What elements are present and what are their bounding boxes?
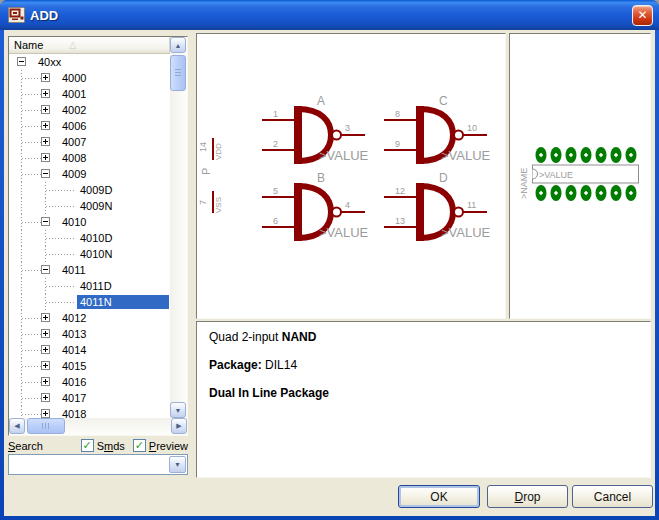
tree-item[interactable]: 4011N bbox=[9, 294, 170, 310]
tree-connector bbox=[22, 142, 41, 143]
horizontal-scrollbar[interactable]: ◀ ▶ bbox=[9, 418, 187, 435]
tree-item[interactable]: 40xx bbox=[9, 54, 170, 70]
preview-checkbox-group[interactable]: ✓ Preview bbox=[133, 439, 188, 452]
expand-icon[interactable] bbox=[41, 329, 50, 338]
tree-item[interactable]: 4009N bbox=[9, 198, 170, 214]
description-line: Package: DIL14 bbox=[209, 358, 638, 372]
tree-item[interactable]: 4010 bbox=[9, 214, 170, 230]
expand-icon[interactable] bbox=[41, 121, 50, 130]
tree-item-label: 4008 bbox=[59, 151, 89, 165]
scroll-right-icon: ▶ bbox=[176, 422, 181, 430]
tree-item-label: 4011N bbox=[77, 295, 169, 309]
vertical-scroll-thumb[interactable] bbox=[170, 55, 186, 91]
tree-item-label: 4016 bbox=[59, 375, 89, 389]
dialog-body: Name △ 40xx40004001400240064007400840094… bbox=[4, 30, 655, 516]
svg-text:14: 14 bbox=[198, 142, 208, 152]
preview-checkbox[interactable]: ✓ bbox=[133, 439, 146, 452]
tree-connector bbox=[22, 382, 41, 383]
svg-text:8: 8 bbox=[395, 109, 400, 119]
tree-item[interactable]: 4007 bbox=[9, 134, 170, 150]
tree-item[interactable]: 4009 bbox=[9, 166, 170, 182]
tree-guide-line bbox=[21, 406, 22, 418]
tree-item[interactable]: 4013 bbox=[9, 326, 170, 342]
tree-connector bbox=[46, 254, 76, 255]
tree-item-label: 4009D bbox=[77, 183, 115, 197]
nand-gate-b: 564B>VALUE bbox=[262, 171, 369, 241]
tree-connector bbox=[46, 206, 76, 207]
tree-item[interactable]: 4010D bbox=[9, 230, 170, 246]
tree-item[interactable]: 4016 bbox=[9, 374, 170, 390]
scroll-down-button[interactable]: ▼ bbox=[170, 402, 186, 418]
tree-guide-line bbox=[21, 246, 22, 262]
tree-item[interactable]: 4017 bbox=[9, 390, 170, 406]
tree-item[interactable]: 4002 bbox=[9, 102, 170, 118]
title-bar[interactable]: ADD ✕ bbox=[0, 0, 659, 30]
expand-icon[interactable] bbox=[41, 377, 50, 386]
tree-item[interactable]: 4015 bbox=[9, 358, 170, 374]
expand-icon[interactable] bbox=[41, 409, 50, 418]
expand-icon[interactable] bbox=[41, 393, 50, 402]
scroll-up-button[interactable]: ▲ bbox=[170, 37, 186, 53]
tree-item-label: 4017 bbox=[59, 391, 89, 405]
tree-item-label: 4015 bbox=[59, 359, 89, 373]
collapse-icon[interactable] bbox=[41, 169, 50, 178]
tree-connector bbox=[22, 366, 41, 367]
smds-checkbox[interactable]: ✓ bbox=[81, 439, 94, 452]
tree-rows: 40xx40004001400240064007400840094009D400… bbox=[9, 54, 170, 418]
vertical-scrollbar[interactable]: ▲ ▼ bbox=[170, 37, 187, 418]
horizontal-scroll-thumb[interactable] bbox=[27, 418, 65, 434]
tree-item[interactable]: 4000 bbox=[9, 70, 170, 86]
tree-item[interactable]: 4001 bbox=[9, 86, 170, 102]
scroll-right-button[interactable]: ▶ bbox=[171, 418, 187, 434]
expand-icon[interactable] bbox=[41, 105, 50, 114]
collapse-icon[interactable] bbox=[17, 57, 26, 66]
pad bbox=[596, 147, 607, 163]
expand-icon[interactable] bbox=[41, 345, 50, 354]
tree-item[interactable]: 4011D bbox=[9, 278, 170, 294]
tree-connector bbox=[46, 286, 76, 287]
close-button[interactable]: ✕ bbox=[632, 5, 653, 26]
tree-connector bbox=[22, 350, 41, 351]
tree-item[interactable]: 4010N bbox=[9, 246, 170, 262]
svg-text:12: 12 bbox=[395, 186, 405, 196]
tree-item[interactable]: 4014 bbox=[9, 342, 170, 358]
smds-checkbox-group[interactable]: ✓ Smds bbox=[81, 439, 125, 452]
tree-connector bbox=[22, 334, 41, 335]
pad bbox=[536, 185, 547, 201]
drop-button[interactable]: Drop bbox=[487, 485, 568, 508]
scroll-left-button[interactable]: ◀ bbox=[9, 418, 25, 434]
expand-icon[interactable] bbox=[41, 73, 50, 82]
expand-icon[interactable] bbox=[41, 361, 50, 370]
tree-item[interactable]: 4006 bbox=[9, 118, 170, 134]
cancel-button[interactable]: Cancel bbox=[572, 485, 653, 508]
tree-column-header[interactable]: Name △ bbox=[9, 37, 170, 54]
ok-button[interactable]: OK bbox=[398, 485, 480, 508]
tree-item[interactable]: 4009D bbox=[9, 182, 170, 198]
tree-item[interactable]: 4011 bbox=[9, 262, 170, 278]
search-combo-value[interactable] bbox=[9, 455, 168, 474]
svg-text:11: 11 bbox=[467, 200, 476, 210]
collapse-icon[interactable] bbox=[41, 217, 50, 226]
tree-item[interactable]: 4012 bbox=[9, 310, 170, 326]
smds-label: Smds bbox=[97, 440, 125, 452]
collapse-icon[interactable] bbox=[41, 265, 50, 274]
package-preview-panel: >NAME>VALUE bbox=[509, 33, 651, 319]
window-title: ADD bbox=[30, 8, 632, 23]
combo-dropdown-button[interactable]: ▼ bbox=[169, 456, 186, 473]
search-combo-box[interactable]: ▼ bbox=[8, 454, 188, 475]
expand-icon[interactable] bbox=[41, 89, 50, 98]
svg-text:7: 7 bbox=[198, 200, 208, 205]
tree-item[interactable]: 4018 bbox=[9, 406, 170, 418]
pad bbox=[581, 147, 592, 163]
svg-text:10: 10 bbox=[467, 123, 477, 133]
tree-connector bbox=[22, 78, 41, 79]
pad bbox=[566, 147, 577, 163]
pad bbox=[551, 147, 562, 163]
expand-icon[interactable] bbox=[41, 137, 50, 146]
svg-text:>VALUE: >VALUE bbox=[319, 225, 369, 240]
tree-guide-line bbox=[21, 198, 22, 214]
expand-icon[interactable] bbox=[41, 153, 50, 162]
expand-icon[interactable] bbox=[41, 313, 50, 322]
tree-item[interactable]: 4008 bbox=[9, 150, 170, 166]
scroll-left-icon: ◀ bbox=[14, 422, 19, 430]
